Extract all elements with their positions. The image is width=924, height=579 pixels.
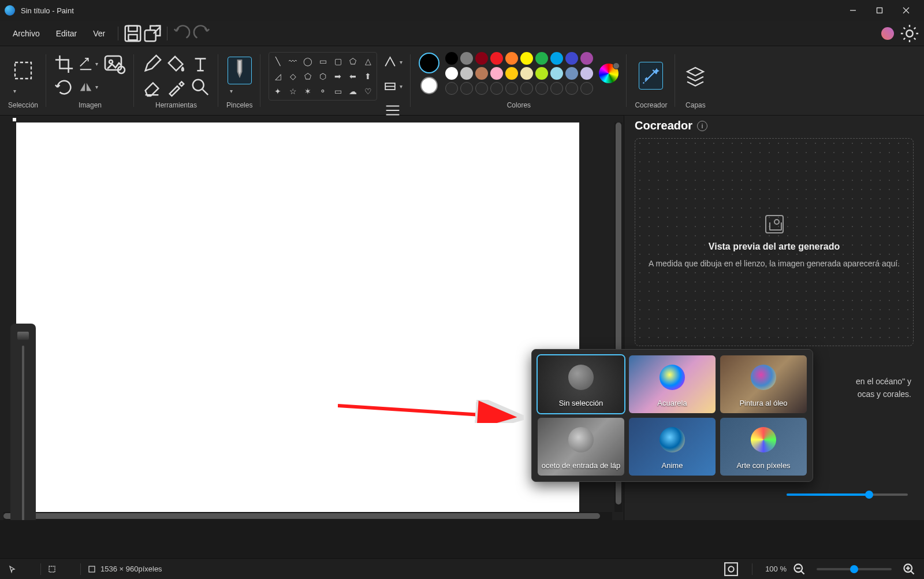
image-import-tool[interactable] [103,54,126,74]
opacity-slider[interactable] [22,346,24,520]
shape-arrow-left[interactable]: ⬅ [346,70,359,83]
palette-color[interactable] [580,67,593,80]
style-option[interactable]: Arte con píxeles [720,418,807,476]
brush-opacity-panel[interactable] [10,324,36,520]
shape-line[interactable]: ╲ [271,55,284,68]
palette-color[interactable] [490,67,503,80]
shape-cloud[interactable]: ☁ [346,85,359,98]
shape-right-triangle[interactable]: ◿ [271,70,284,83]
brush-tool[interactable] [228,57,252,84]
magnifier-tool[interactable] [191,77,210,97]
pencil-tool[interactable] [142,54,162,74]
shape-triangle[interactable]: △ [362,55,374,68]
palette-color[interactable] [535,52,548,65]
shape-outline-button[interactable]: ▾ [383,52,403,72]
color-1[interactable] [419,53,439,73]
zoom-slider[interactable] [817,568,892,570]
horizontal-scrollbar[interactable] [3,512,612,520]
palette-custom-slot[interactable] [520,82,533,95]
palette-color[interactable] [505,67,518,80]
share-button[interactable] [143,24,162,43]
close-button[interactable] [893,0,919,21]
shape-star5[interactable]: ☆ [286,85,299,98]
palette-color[interactable] [550,52,563,65]
palette-color[interactable] [490,52,503,65]
layers-button[interactable] [683,62,707,90]
shape-curve[interactable]: 〰 [286,55,299,68]
palette-custom-slot[interactable] [445,82,458,95]
cocreator-button[interactable] [639,62,663,90]
style-option[interactable]: Acuarela [629,355,716,413]
settings-button[interactable] [900,24,919,43]
redo-button[interactable] [192,24,211,43]
style-option[interactable]: Pintura al óleo [720,355,807,413]
palette-color[interactable] [445,52,458,65]
palette-custom-slot[interactable] [475,82,488,95]
palette-color[interactable] [550,67,563,80]
palette-custom-slot[interactable] [490,82,503,95]
shape-pentagon[interactable]: ⬠ [301,70,314,83]
shape-heart[interactable]: ♡ [362,85,374,98]
shape-fill-button[interactable]: ▾ [383,76,403,96]
palette-color[interactable] [475,67,488,80]
save-button[interactable] [123,24,143,43]
palette-custom-slot[interactable] [550,82,563,95]
zoom-out-button[interactable] [792,562,806,576]
palette-color[interactable] [565,52,578,65]
select-dropdown-icon[interactable]: ▾ [13,88,35,94]
shape-callout-round[interactable]: ⚬ [316,85,329,98]
undo-button[interactable] [172,24,192,43]
style-option[interactable]: Anime [629,418,716,476]
palette-color[interactable] [460,52,473,65]
palette-color[interactable] [535,67,548,80]
shape-rect[interactable]: ▭ [316,55,329,68]
info-icon[interactable]: i [697,121,707,131]
palette-custom-slot[interactable] [505,82,518,95]
palette-color[interactable] [505,52,518,65]
shape-roundrect[interactable]: ▢ [331,55,344,68]
shape-arrow-right[interactable]: ➡ [331,70,344,83]
style-option[interactable]: oceto de entrada de láp [538,418,624,476]
canvas[interactable] [16,123,579,520]
resize-tool[interactable]: ▾ [79,54,98,74]
shape-polygon[interactable]: ⬠ [346,55,359,68]
palette-custom-slot[interactable] [565,82,578,95]
shape-diamond[interactable]: ◇ [286,70,299,83]
flip-tool[interactable]: ▾ [79,77,98,97]
menu-file[interactable]: Archivo [5,25,48,42]
shape-callout-rect[interactable]: ▭ [331,85,344,98]
palette-custom-slot[interactable] [460,82,473,95]
zoom-in-button[interactable] [902,562,916,576]
palette-color[interactable] [475,52,488,65]
rotate-tool[interactable] [54,77,74,97]
user-avatar[interactable] [881,27,894,40]
menu-view[interactable]: Ver [85,25,113,42]
maximize-button[interactable] [866,0,893,21]
palette-color[interactable] [445,67,458,80]
palette-custom-slot[interactable] [535,82,548,95]
shape-star4[interactable]: ✦ [271,85,284,98]
palette-color[interactable] [460,67,473,80]
fit-screen-button[interactable] [723,561,739,577]
shapes-gallery[interactable]: ╲ 〰 ◯ ▭ ▢ ⬠ △ ◿ ◇ ⬠ ⬡ ➡ ⬅ ⬆ ✦ ☆ ✶ ⚬ ▭ ☁ [269,52,377,101]
fill-tool[interactable] [166,54,186,74]
eraser-tool[interactable] [142,77,162,97]
shape-star6[interactable]: ✶ [301,85,314,98]
palette-custom-slot[interactable] [580,82,593,95]
color-picker-tool[interactable] [166,77,186,97]
shape-arrow-up[interactable]: ⬆ [362,70,374,83]
menu-edit[interactable]: Editar [48,25,85,42]
crop-tool[interactable] [54,54,74,74]
minimize-button[interactable] [840,0,866,21]
color-2[interactable] [420,77,438,94]
shape-oval[interactable]: ◯ [301,55,314,68]
palette-color[interactable] [520,52,533,65]
select-tool[interactable] [11,57,35,84]
brush-dropdown-icon[interactable]: ▾ [230,88,252,94]
style-option[interactable]: Sin selección [538,355,624,413]
creativity-slider[interactable] [787,493,908,496]
shape-hexagon[interactable]: ⬡ [316,70,329,83]
text-tool[interactable] [191,54,210,74]
edit-colors-button[interactable] [599,64,619,83]
palette-color[interactable] [565,67,578,80]
